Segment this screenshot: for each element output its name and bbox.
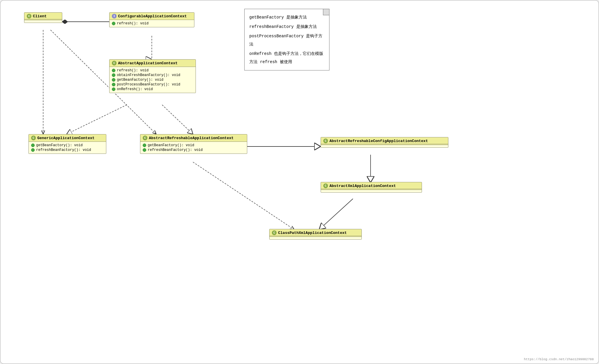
abstract-app-context-icon: C xyxy=(112,61,117,65)
method-icon-0 xyxy=(112,22,115,25)
aac-method-icon-1 xyxy=(112,73,115,77)
configurable-method-text-0: refresh(): void xyxy=(117,21,149,26)
axac-body xyxy=(321,190,422,192)
svg-line-6 xyxy=(319,199,353,230)
abstract-app-context-body: refresh(): void obtainFreshBeanFactory()… xyxy=(110,67,196,93)
note-line-2: postProcessBeanFactory 是钩子方法 xyxy=(249,32,324,48)
aac-method-text-0: refresh(): void xyxy=(117,68,149,73)
generic-app-context-header: C GenericApplicationContext xyxy=(29,134,106,142)
configurable-app-context-class: I ConfigurableApplicationContext refresh… xyxy=(109,12,194,27)
gac-method-text-0: getBeanFactory(): void xyxy=(36,143,83,147)
arcac-name: AbstractRefreshableConfigApplicationCont… xyxy=(329,139,428,143)
abstract-refreshable-header: C AbstractRefreshableApplicationContext xyxy=(140,134,247,142)
note-line-3: onRefresh 也是钩子方法，它们在模版方法 refresh 被使用 xyxy=(249,50,324,66)
abstract-refreshable-body: getBeanFactory(): void refreshBeanFactor… xyxy=(140,142,247,154)
url-text: https://blog.csdn.net/zhao1299002788 xyxy=(524,358,594,361)
cpxac-body xyxy=(270,237,361,239)
note-box: getBeanFactory 是抽象方法 refreshBeanFactory … xyxy=(244,9,329,70)
aac-method-icon-4 xyxy=(112,87,115,91)
svg-line-9 xyxy=(193,162,294,230)
gac-method-1: refreshBeanFactory(): void xyxy=(31,148,104,152)
abstract-refreshable-app-context-class: C AbstractRefreshableApplicationContext … xyxy=(140,134,247,154)
gac-method-0: getBeanFactory(): void xyxy=(31,143,104,148)
arcac-header: C AbstractRefreshableConfigApplicationCo… xyxy=(321,137,448,144)
abstract-app-context-header: C AbstractApplicationContext xyxy=(110,60,196,67)
aac-method-text-2: getBeanFactory(): void xyxy=(117,78,163,82)
note-line-0: getBeanFactory 是抽象方法 xyxy=(249,13,324,21)
abstract-refreshable-config-class: C AbstractRefreshableConfigApplicationCo… xyxy=(321,137,448,148)
arac-method-1: refreshBeanFactory(): void xyxy=(143,148,245,152)
aac-method-4: onRefresh(): void xyxy=(112,87,193,92)
aac-method-icon-0 xyxy=(112,69,115,72)
generic-app-context-icon: C xyxy=(31,136,36,140)
configurable-app-context-name: ConfigurableApplicationContext xyxy=(118,14,187,18)
url-bar: https://blog.csdn.net/zhao1299002788 xyxy=(524,358,594,361)
axac-name: AbstractXmlApplicationContext xyxy=(329,184,396,188)
client-class-icon: C xyxy=(27,14,31,18)
gac-method-icon-0 xyxy=(31,144,35,147)
arac-method-icon-1 xyxy=(143,148,146,152)
arac-method-0: getBeanFactory(): void xyxy=(143,143,245,148)
client-class-header: C Client xyxy=(24,13,62,19)
arac-method-icon-0 xyxy=(143,144,146,147)
classpath-xml-app-context-class: C ClassPathXmlApplicationContext xyxy=(269,229,362,240)
note-line-1: refreshBeanFactory 是抽象方法 xyxy=(249,23,324,31)
cpxac-name: ClassPathXmlApplicationContext xyxy=(278,231,347,235)
generic-app-context-name: GenericApplicationContext xyxy=(37,136,95,140)
gac-method-icon-1 xyxy=(31,148,35,152)
client-class: C Client xyxy=(24,12,62,23)
cpxac-icon: C xyxy=(272,230,277,235)
axac-header: C AbstractXmlApplicationContext xyxy=(321,182,422,189)
aac-method-2: getBeanFactory(): void xyxy=(112,77,193,82)
configurable-method-0: refresh(): void xyxy=(112,21,192,26)
svg-line-3 xyxy=(162,105,193,134)
abstract-xml-app-context-class: C AbstractXmlApplicationContext xyxy=(321,182,422,193)
arcac-icon: C xyxy=(323,139,328,143)
aac-method-text-3: postProcessBeanFactory(): void xyxy=(117,82,180,87)
generic-app-context-body: getBeanFactory(): void refreshBeanFactor… xyxy=(29,142,106,154)
gac-method-text-1: refreshBeanFactory(): void xyxy=(36,148,91,152)
arcac-body xyxy=(321,145,448,147)
aac-method-0: refresh(): void xyxy=(112,68,193,73)
configurable-app-context-body: refresh(): void xyxy=(110,20,194,27)
abstract-app-context-name: AbstractApplicationContext xyxy=(118,61,178,65)
configurable-app-context-icon: I xyxy=(112,14,117,18)
generic-app-context-class: C GenericApplicationContext getBeanFacto… xyxy=(28,134,106,154)
main-container: C Client I ConfigurableApplicationContex… xyxy=(0,0,599,364)
abstract-refreshable-name: AbstractRefreshableApplicationContext xyxy=(149,136,234,140)
aac-method-text-1: obtainFreshBeanFactory(): void xyxy=(117,73,180,77)
abstract-refreshable-icon: C xyxy=(143,136,147,140)
svg-line-2 xyxy=(67,105,127,134)
client-class-body xyxy=(24,20,62,23)
aac-method-icon-2 xyxy=(112,78,115,82)
abstract-app-context-class: C AbstractApplicationContext refresh(): … xyxy=(109,59,196,93)
configurable-app-context-header: I ConfigurableApplicationContext xyxy=(110,13,194,20)
axac-icon: C xyxy=(323,183,328,188)
aac-method-1: obtainFreshBeanFactory(): void xyxy=(112,73,193,77)
aac-method-icon-3 xyxy=(112,83,115,86)
arac-method-text-0: getBeanFactory(): void xyxy=(148,143,194,147)
aac-method-3: postProcessBeanFactory(): void xyxy=(112,82,193,87)
cpxac-header: C ClassPathXmlApplicationContext xyxy=(270,229,361,236)
arac-method-text-1: refreshBeanFactory(): void xyxy=(148,148,203,152)
client-class-name: Client xyxy=(33,14,47,18)
aac-method-text-4: onRefresh(): void xyxy=(117,87,153,91)
